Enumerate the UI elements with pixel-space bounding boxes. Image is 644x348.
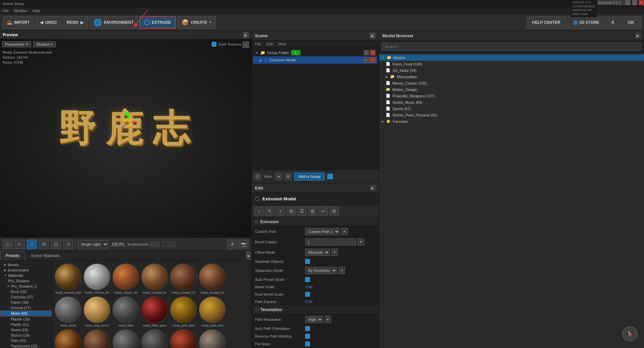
cat-sports[interactable]: 📄 Sports (87) bbox=[379, 105, 644, 112]
undo-button[interactable]: ◀ UNDO bbox=[36, 16, 61, 29]
cat-fresh-food[interactable]: 📄 Fresh_Food (158) bbox=[379, 61, 644, 67]
mat-grunge-dia[interactable]: metal_grunge_dia bbox=[55, 329, 82, 348]
extrusion-section-header[interactable]: ⬡ Extrusion bbox=[252, 217, 379, 227]
cat-pro-shaders[interactable]: Pro_Shaders bbox=[0, 278, 52, 284]
edit-tb-8[interactable]: ⚙ bbox=[329, 206, 339, 216]
environment-checkbox[interactable] bbox=[150, 242, 160, 247]
mat-burned-scat[interactable]: metal_burned_scat bbox=[55, 263, 82, 294]
transform-gizmo[interactable] bbox=[118, 112, 138, 133]
minimize-button[interactable]: − bbox=[625, 0, 631, 5]
mat-crusted-03[interactable]: metal_crusted_03 bbox=[199, 263, 226, 294]
mat-gold-dirty[interactable]: metal_gold_dirty bbox=[199, 296, 226, 327]
close-button[interactable]: ✕ bbox=[639, 0, 644, 5]
draft-textures-checkbox[interactable] bbox=[212, 42, 216, 47]
cat-translucent[interactable]: Translucent (15) bbox=[0, 343, 52, 348]
mat-gold-dark[interactable]: metal_gold_dark bbox=[170, 296, 197, 327]
tesselation-section-header[interactable]: ⬡ Tesselation bbox=[252, 305, 379, 314]
perspective-button[interactable]: Perspective ▼ bbox=[2, 41, 31, 47]
offset-mode-arrow[interactable]: ▼ bbox=[331, 249, 338, 256]
preview-expand[interactable]: ▶ bbox=[243, 32, 249, 38]
mat-flake-paint[interactable]: metal_flake_paint bbox=[141, 296, 168, 327]
reset-view-button[interactable]: ↺ bbox=[227, 240, 237, 249]
view-cube-btn[interactable]: ⊞ bbox=[285, 173, 291, 180]
light-select[interactable]: Single Light bbox=[77, 240, 108, 249]
camera-button[interactable]: 🎥 bbox=[3, 240, 13, 249]
cancel-button[interactable]: X bbox=[606, 16, 620, 29]
extrude-button[interactable]: ⬡ EXTRUDE bbox=[139, 16, 175, 29]
materials-expand[interactable]: ▶ bbox=[246, 251, 251, 260]
model-browser-expand[interactable]: ▶ bbox=[635, 33, 641, 38]
cat-motion-design[interactable]: 📁 Motion_Design bbox=[379, 86, 644, 93]
folder-toggle[interactable]: 1 bbox=[291, 50, 301, 55]
mat-dents[interactable]: metal_dents bbox=[55, 296, 82, 327]
cat-plastic[interactable]: Plastic (21) bbox=[0, 322, 52, 327]
auto-preset-checkbox[interactable] bbox=[305, 277, 310, 282]
mat-crusted-01[interactable]: metal_crusted_01 bbox=[141, 263, 168, 294]
edit-tb-3[interactable]: + bbox=[276, 206, 285, 216]
add-to-group-button[interactable]: Add to Group bbox=[294, 172, 325, 181]
redo-button[interactable]: REDO ▶ bbox=[62, 16, 88, 29]
refresh-button[interactable]: ↺ bbox=[39, 240, 49, 249]
shaded-button[interactable]: Shaded ▼ bbox=[33, 41, 56, 47]
cat-starter-pack[interactable]: 📄 Starter_Pack_Physical (42) bbox=[379, 112, 644, 118]
cat-models[interactable]: ▼ 📁 Models bbox=[379, 54, 644, 61]
cat-bevels[interactable]: ▶ Bevels bbox=[0, 262, 52, 267]
cat-stone[interactable]: Stone (19) bbox=[0, 327, 52, 333]
scene-file[interactable]: File bbox=[255, 42, 261, 46]
mat-grunge-dirt[interactable]: metal_grunge_dirt bbox=[112, 329, 139, 348]
item-close-btn[interactable]: ✕ bbox=[370, 57, 375, 63]
view-sphere-btn[interactable]: ● bbox=[275, 173, 282, 180]
cat-brick[interactable]: Brick (16) bbox=[0, 289, 52, 294]
environment-button[interactable]: 🌐 ENVIRONMENT bbox=[89, 16, 138, 29]
edit-tb-4[interactable]: ⚙ bbox=[286, 206, 296, 216]
menu-help[interactable]: Help bbox=[33, 9, 40, 13]
scene-icon-1[interactable]: ⊡ bbox=[254, 173, 261, 180]
store-3d-button[interactable]: 🌐 3D STORE bbox=[568, 16, 605, 29]
model-search-input[interactable] bbox=[382, 43, 641, 51]
mat-grunge-mid[interactable]: metal_grunge_mid bbox=[141, 329, 168, 348]
mat-copper-drt[interactable]: metal_copper_drt bbox=[112, 263, 139, 294]
real-world-checkbox[interactable] bbox=[305, 292, 310, 297]
edit-tb-5[interactable]: ☰ bbox=[297, 206, 307, 216]
maximize-button[interactable]: □ bbox=[632, 0, 637, 5]
cat-plaster[interactable]: Plaster (20) bbox=[0, 316, 52, 322]
scene-expand[interactable]: ▶ bbox=[370, 33, 375, 38]
cat-metal[interactable]: Metal (69) bbox=[0, 310, 52, 316]
create-button[interactable]: 📦 CREATE ▼ bbox=[177, 16, 216, 29]
cat-fabric[interactable]: Fabric (19) bbox=[0, 300, 52, 305]
mat-grunge-rust[interactable]: metal_grunge_rust bbox=[170, 329, 197, 348]
separation-mode-dropdown[interactable]: By Geometry bbox=[305, 267, 337, 274]
cat-jet-strike[interactable]: 📄 Jet_Strike (54) bbox=[379, 67, 644, 73]
cat-projectile-weapons[interactable]: 📄 Projectile_Weapons (107) bbox=[379, 93, 644, 99]
cat-sound-music[interactable]: 📄 Sound_Music (84) bbox=[379, 99, 644, 105]
import-button[interactable]: 📥 IMPORT bbox=[3, 16, 34, 29]
path-button[interactable]: ↗ bbox=[63, 240, 73, 249]
cat-metropolitan[interactable]: ▶ 📁 Metropolitan bbox=[379, 73, 644, 80]
screenshot-button[interactable]: 📷 bbox=[238, 240, 249, 249]
custom-path-dropdown[interactable]: Custom Path 1 bbox=[305, 228, 340, 235]
edit-tb-7[interactable]: ↩ bbox=[319, 206, 328, 216]
cat-favorites[interactable]: ▶ ⭐ Favorites bbox=[379, 118, 644, 125]
draft-textures-toggle[interactable]: Draft Textures bbox=[212, 42, 241, 47]
mat-grunge-wall[interactable]: metal_grunge_wall bbox=[199, 329, 226, 348]
scene-extrusion-model[interactable]: ▶ ⬡ Extrusion Model ⊡ ✕ bbox=[253, 56, 377, 64]
menu-file[interactable]: File bbox=[3, 9, 9, 13]
fix-holes-checkbox[interactable] bbox=[305, 342, 310, 346]
scene-view[interactable]: View bbox=[278, 42, 286, 46]
separation-mode-arrow[interactable]: ▼ bbox=[338, 267, 345, 274]
mat-flake[interactable]: metal_flake bbox=[112, 296, 139, 327]
edit-tb-2[interactable]: ✎ bbox=[265, 206, 274, 216]
help-center-button[interactable]: HELP CENTER bbox=[526, 16, 566, 29]
menu-window[interactable]: Window bbox=[14, 9, 27, 13]
item-vis-btn[interactable]: ⊡ bbox=[364, 57, 369, 63]
cat-pro-shaders-2[interactable]: ▼ Pro_Shaders_2 bbox=[0, 284, 52, 289]
ok-button[interactable]: OK bbox=[621, 16, 642, 29]
cat-concrete[interactable]: Concrete (27) bbox=[0, 294, 52, 300]
edit-tb-6[interactable]: ⊞ bbox=[308, 206, 317, 216]
tab-presets[interactable]: Presets bbox=[0, 251, 25, 260]
mat-dirty-bronz[interactable]: metal_dirty_bronz bbox=[84, 296, 110, 327]
edit-tb-1[interactable]: ↕ bbox=[254, 206, 264, 216]
env-preview[interactable] bbox=[162, 242, 175, 247]
cat-environment[interactable]: ▶ Environment bbox=[0, 267, 52, 273]
folder-vis-btn[interactable]: ⊡ bbox=[364, 50, 369, 55]
